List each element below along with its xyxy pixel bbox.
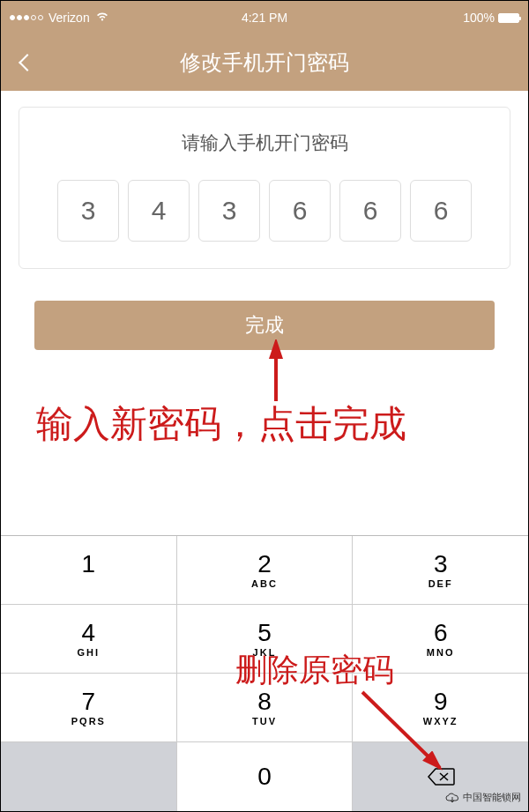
back-button[interactable] — [1, 34, 54, 91]
keypad-row: 1 2 ABC 3 DEF — [1, 536, 528, 605]
annotation-text: 删除原密码 — [235, 649, 394, 692]
keypad-key-7[interactable]: 7 PQRS — [1, 674, 177, 742]
pin-digit[interactable]: 6 — [410, 180, 472, 242]
chevron-left-icon — [19, 54, 36, 71]
backspace-icon — [427, 767, 455, 786]
keypad-key-0[interactable]: 0 — [177, 742, 354, 811]
keypad-key-4[interactable]: 4 GHI — [1, 605, 177, 674]
status-left: Verizon — [10, 11, 109, 25]
wifi-icon — [95, 11, 109, 25]
keypad-key-2[interactable]: 2 ABC — [177, 536, 354, 605]
status-bar: Verizon 4:21 PM 100% — [1, 1, 528, 34]
annotation-text: 输入新密码，点击完成 — [36, 399, 406, 449]
pin-input-row: 3 4 3 6 6 6 — [42, 180, 487, 242]
done-button[interactable]: 完成 — [34, 301, 495, 350]
watermark: 中国智能锁网 — [445, 791, 521, 804]
battery-percent: 100% — [463, 11, 495, 25]
pin-digit[interactable]: 4 — [128, 180, 190, 242]
pin-digit[interactable]: 6 — [339, 180, 401, 242]
prompt-label: 请输入手机开门密码 — [42, 130, 487, 155]
status-right: 100% — [463, 11, 519, 25]
watermark-text: 中国智能锁网 — [463, 791, 521, 804]
password-card: 请输入手机开门密码 3 4 3 6 6 6 — [19, 107, 510, 269]
page-title: 修改手机开门密码 — [180, 48, 349, 77]
watermark-icon — [445, 792, 459, 804]
nav-bar: 修改手机开门密码 — [1, 34, 528, 91]
keypad-key-blank — [1, 742, 177, 811]
keypad-key-3[interactable]: 3 DEF — [353, 536, 528, 605]
carrier-label: Verizon — [48, 11, 90, 25]
pin-digit[interactable]: 6 — [269, 180, 331, 242]
keypad-key-1[interactable]: 1 — [1, 536, 177, 605]
pin-digit[interactable]: 3 — [198, 180, 260, 242]
battery-icon — [498, 13, 519, 23]
signal-strength-icon — [10, 15, 43, 20]
status-time: 4:21 PM — [242, 11, 287, 25]
pin-digit[interactable]: 3 — [57, 180, 119, 242]
